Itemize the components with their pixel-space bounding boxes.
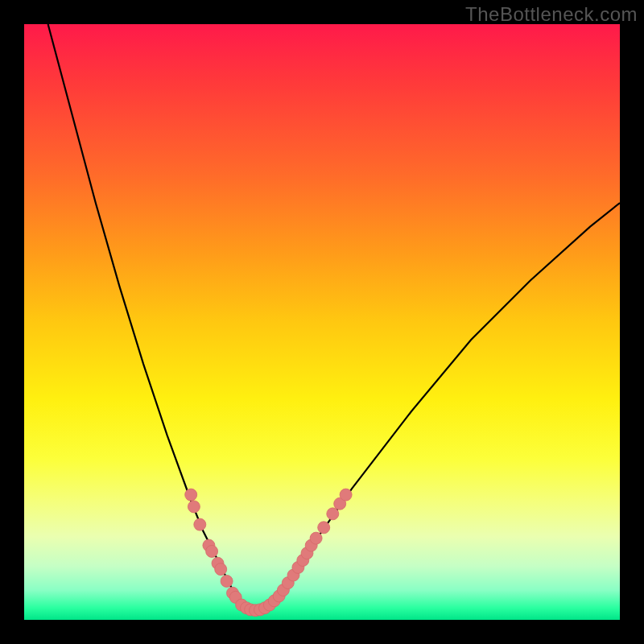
data-marker <box>215 564 227 576</box>
data-marker <box>185 489 197 501</box>
data-marker <box>206 545 218 557</box>
chart-container: TheBottleneck.com <box>0 0 644 644</box>
data-markers <box>185 489 352 617</box>
data-marker <box>194 518 206 530</box>
data-marker <box>310 532 322 544</box>
data-marker <box>318 522 330 534</box>
plot-area <box>24 24 620 620</box>
data-marker <box>340 489 352 501</box>
data-marker <box>188 501 200 513</box>
chart-svg <box>24 24 620 620</box>
watermark-text: TheBottleneck.com <box>465 3 638 26</box>
data-marker <box>327 508 339 520</box>
bottleneck-curve <box>48 24 620 611</box>
data-marker <box>221 575 233 587</box>
